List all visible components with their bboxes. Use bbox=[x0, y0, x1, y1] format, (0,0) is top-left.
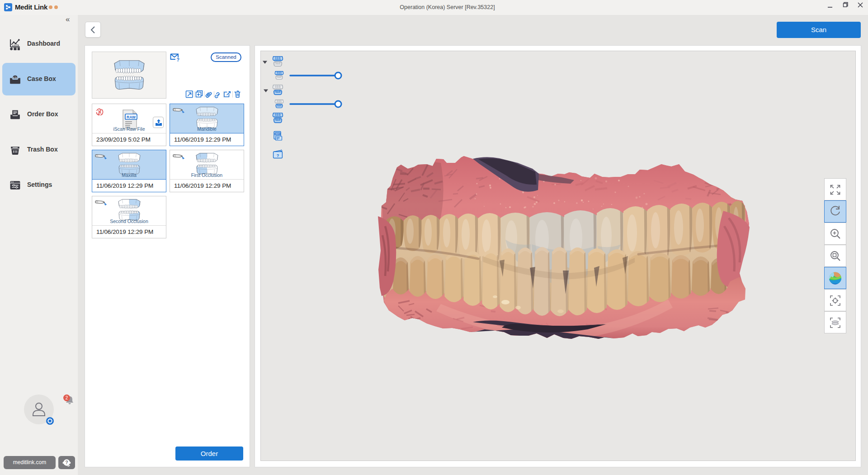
svg-text:RAW: RAW bbox=[275, 133, 280, 135]
svg-text:?: ? bbox=[277, 153, 279, 158]
